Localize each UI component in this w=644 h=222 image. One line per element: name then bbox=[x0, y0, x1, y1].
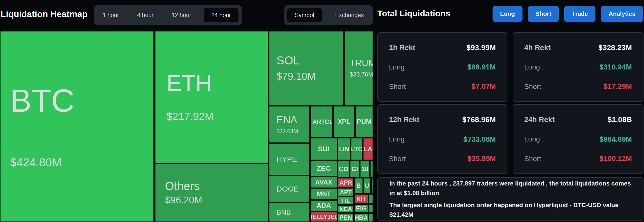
treemap-cell-pum[interactable]: PUM bbox=[355, 106, 373, 137]
stat-card-total: $768.96M bbox=[462, 115, 496, 124]
cell-symbol-label: FARTCO bbox=[310, 119, 333, 125]
treemap-cell-btc[interactable]: BTC$424.80M bbox=[0, 31, 154, 222]
treemap-cell-trum[interactable]: TRUM$33.76M bbox=[344, 31, 373, 105]
treemap-cell-eth[interactable]: ETH$217.92M bbox=[155, 31, 269, 163]
treemap-cell-ena[interactable]: ENA$22.04M bbox=[269, 106, 310, 143]
treemap-cell-others[interactable]: Others$96.20M bbox=[155, 164, 269, 222]
cell-symbol-label: HYPE bbox=[276, 155, 297, 163]
cell-symbol-label: 10 bbox=[361, 166, 368, 172]
treemap-cell-ada[interactable]: ADA bbox=[310, 200, 337, 211]
cell-symbol-label: XPL bbox=[338, 118, 350, 125]
action-button-row: Long Short Trade Analytics bbox=[493, 6, 643, 22]
analytics-button[interactable]: Analytics bbox=[601, 6, 643, 22]
cell-symbol-label: TRUM bbox=[350, 58, 373, 68]
cell-symbol-label: MNT bbox=[317, 191, 331, 197]
treemap-cell-nea[interactable]: NEA bbox=[338, 205, 354, 213]
time-range-1-hour[interactable]: 1 hour bbox=[97, 9, 125, 22]
long-label: Long bbox=[524, 63, 540, 71]
stat-card-title: 1h Rekt bbox=[389, 44, 415, 52]
cell-symbol-label: AVAX bbox=[315, 179, 332, 186]
long-button[interactable]: Long bbox=[493, 6, 522, 22]
treemap-cell-apr[interactable]: APR bbox=[338, 178, 354, 188]
treemap-cell-jellyjel[interactable]: JELLYJEL bbox=[310, 212, 337, 222]
cell-symbol-label: LIN bbox=[339, 146, 349, 152]
treemap-cell-blank[interactable] bbox=[369, 194, 373, 204]
stat-card-24h: 24h Rekt $1.08B Long $984.69M Short $100… bbox=[513, 104, 643, 174]
cell-symbol-label: PUM bbox=[357, 118, 372, 125]
long-label: Long bbox=[389, 63, 405, 71]
treemap-cell-mnt[interactable]: MNT bbox=[310, 189, 337, 200]
cell-symbol-label: BNB bbox=[276, 209, 291, 216]
treemap-cell-fil[interactable]: FIL bbox=[338, 197, 354, 205]
cell-value-label: $33.76M bbox=[350, 71, 373, 78]
stat-card-title: 4h Rekt bbox=[524, 44, 551, 52]
treemap-cell-zec[interactable]: ZEC bbox=[310, 161, 337, 176]
treemap-cell-kit[interactable]: KIT bbox=[354, 194, 368, 204]
short-value: $7.07M bbox=[471, 82, 496, 91]
cell-symbol-label: SUI bbox=[318, 145, 330, 153]
long-value: $310.94M bbox=[599, 63, 632, 71]
treemap-cell-sui[interactable]: SUI bbox=[310, 138, 337, 160]
cell-symbol-label: PEN bbox=[340, 214, 352, 221]
view-toggle-symbol[interactable]: Symbol bbox=[287, 8, 322, 22]
treemap-cell-blank[interactable] bbox=[371, 178, 373, 194]
long-label: Long bbox=[524, 135, 540, 143]
cell-value-label: $79.10M bbox=[276, 71, 316, 82]
view-toggle-exchanges[interactable]: Exchanges bbox=[330, 9, 369, 22]
time-range-4-hour[interactable]: 4 hour bbox=[132, 9, 159, 22]
treemap-cell-fartco[interactable]: FARTCO bbox=[310, 106, 333, 137]
summary-line-1: In the past 24 hours , 237,897 traders w… bbox=[389, 179, 631, 198]
cell-value-label: $424.80M bbox=[10, 156, 62, 169]
short-label: Short bbox=[524, 83, 541, 91]
cell-symbol-label: LTC bbox=[351, 146, 363, 152]
time-range-group: 1 hour 4 hour 12 hour 24 hour bbox=[94, 5, 242, 25]
treemap-cell-hba[interactable]: HBA bbox=[354, 213, 368, 222]
treemap-cell-lin[interactable]: LIN bbox=[338, 138, 350, 160]
cell-symbol-label: B bbox=[356, 182, 361, 189]
short-button[interactable]: Short bbox=[528, 6, 559, 22]
stat-card-1h: 1h Rekt $93.99M Long $86.91M Short $7.07… bbox=[377, 32, 507, 102]
cell-symbol-label: SOL bbox=[276, 54, 300, 66]
liquidation-treemap: BTC$424.80METH$217.92MOthers$96.20MSOL$7… bbox=[0, 31, 373, 222]
trade-button[interactable]: Trade bbox=[564, 6, 595, 22]
cell-symbol-label: DOGE bbox=[276, 185, 299, 193]
stat-card-title: 12h Rekt bbox=[389, 116, 419, 124]
treemap-cell-gi[interactable]: GI bbox=[350, 161, 359, 177]
cell-value-label: $22.04M bbox=[276, 128, 298, 135]
treemap-cell-xpl[interactable]: XPL bbox=[333, 106, 355, 137]
treemap-cell-blank[interactable] bbox=[369, 213, 373, 222]
treemap-cell-avax[interactable]: AVAX bbox=[310, 177, 337, 188]
summary-card: In the past 24 hours , 237,897 traders w… bbox=[377, 177, 643, 221]
cell-symbol-label: NEA bbox=[339, 206, 352, 212]
treemap-cell-pen[interactable]: PEN bbox=[338, 213, 354, 222]
cell-symbol-label: JELLYJEL bbox=[310, 214, 337, 220]
treemap-cell-co[interactable]: CO bbox=[338, 161, 349, 177]
treemap-cell-la[interactable]: LA bbox=[363, 138, 373, 160]
treemap-cell-blank[interactable] bbox=[369, 204, 373, 213]
treemap-cell-apt[interactable]: APT bbox=[338, 188, 354, 196]
treemap-cell-b[interactable]: B bbox=[354, 178, 363, 194]
treemap-cell-sol[interactable]: SOL$79.10M bbox=[269, 31, 344, 105]
treemap-cell-doge[interactable]: DOGE bbox=[269, 176, 310, 202]
cell-symbol-label: Others bbox=[165, 180, 200, 192]
time-range-12-hour[interactable]: 12 hour bbox=[166, 9, 197, 22]
short-label: Short bbox=[389, 83, 406, 91]
stat-card-12h: 12h Rekt $768.96M Long $733.08M Short $3… bbox=[377, 104, 507, 174]
time-range-24-hour[interactable]: 24 hour bbox=[204, 8, 238, 22]
long-value: $984.69M bbox=[599, 135, 632, 143]
treemap-cell-eig[interactable]: EIG bbox=[354, 204, 368, 213]
treemap-cell-bnb[interactable]: BNB bbox=[269, 203, 310, 222]
short-value: $17.29M bbox=[603, 82, 632, 91]
treemap-cell-blank[interactable] bbox=[370, 161, 373, 177]
treemap-cell-10[interactable]: 10 bbox=[360, 161, 370, 177]
treemap-cell-u[interactable]: U bbox=[364, 178, 371, 194]
summary-line-2: The largest single liquidation order hap… bbox=[389, 200, 631, 219]
stat-card-4h: 4h Rekt $328.23M Long $310.94M Short $17… bbox=[513, 32, 643, 102]
cell-symbol-label: EIG bbox=[356, 205, 366, 211]
cell-symbol-label: GI bbox=[351, 166, 358, 172]
treemap-cell-ltc[interactable]: LTC bbox=[351, 138, 363, 160]
cell-symbol-label: ADA bbox=[317, 202, 331, 209]
treemap-cell-hype[interactable]: HYPE bbox=[269, 143, 310, 175]
cell-symbol-label: ZEC bbox=[317, 165, 331, 172]
liquidation-heatmap-app: Liquidation Heatmap 1 hour 4 hour 12 hou… bbox=[0, 0, 644, 222]
